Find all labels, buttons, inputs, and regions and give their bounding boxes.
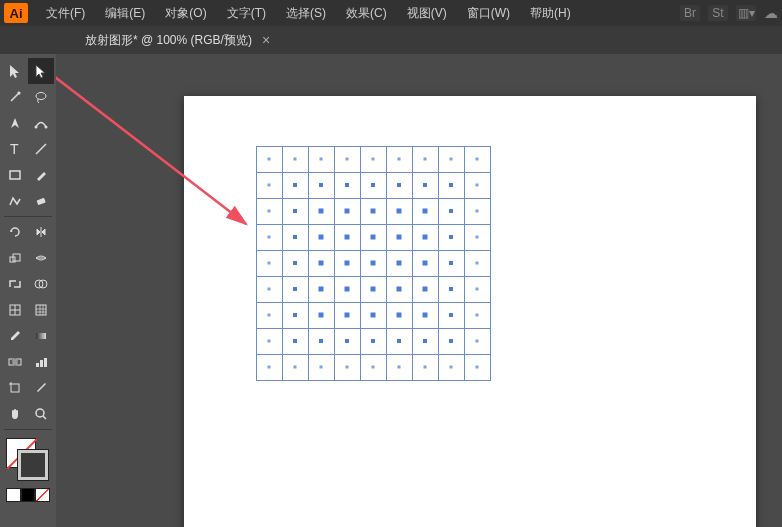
grid-cell[interactable] <box>412 276 439 303</box>
anchor-dot[interactable] <box>423 287 428 292</box>
grid-cell[interactable] <box>308 250 335 277</box>
grid-cell[interactable] <box>464 146 491 173</box>
grid-cell[interactable] <box>412 302 439 329</box>
anchor-dot[interactable] <box>319 313 324 318</box>
grid-cell[interactable] <box>256 276 283 303</box>
anchor-dot[interactable] <box>476 262 479 265</box>
magic-wand-tool[interactable] <box>2 84 28 110</box>
anchor-dot[interactable] <box>423 313 428 318</box>
grid-cell[interactable] <box>360 172 387 199</box>
grid-cell[interactable] <box>256 328 283 355</box>
grid-cell[interactable] <box>360 328 387 355</box>
anchor-dot[interactable] <box>450 158 453 161</box>
bridge-icon[interactable]: Br <box>680 5 700 21</box>
anchor-dot[interactable] <box>345 209 350 214</box>
grid-cell[interactable] <box>412 250 439 277</box>
anchor-dot[interactable] <box>398 158 401 161</box>
anchor-dot[interactable] <box>371 313 376 318</box>
grid-cell[interactable] <box>386 328 413 355</box>
canvas-stage[interactable] <box>56 54 782 527</box>
anchor-dot[interactable] <box>372 366 375 369</box>
mode-color[interactable] <box>6 488 21 502</box>
grid-cell[interactable] <box>360 354 387 381</box>
anchor-dot[interactable] <box>293 313 297 317</box>
anchor-dot[interactable] <box>423 209 428 214</box>
anchor-dot[interactable] <box>397 235 402 240</box>
grid-cell[interactable] <box>334 198 361 225</box>
grid-cell[interactable] <box>360 198 387 225</box>
grid-cell[interactable] <box>386 276 413 303</box>
grid-cell[interactable] <box>308 172 335 199</box>
anchor-dot[interactable] <box>424 158 427 161</box>
anchor-dot[interactable] <box>268 184 271 187</box>
anchor-dot[interactable] <box>268 236 271 239</box>
anchor-dot[interactable] <box>397 339 401 343</box>
grid-cell[interactable] <box>464 250 491 277</box>
selection-tool[interactable] <box>2 58 28 84</box>
grid-cell[interactable] <box>334 302 361 329</box>
grid-cell[interactable] <box>438 224 465 251</box>
anchor-dot[interactable] <box>449 287 453 291</box>
grid-cell[interactable] <box>464 224 491 251</box>
anchor-dot[interactable] <box>372 158 375 161</box>
anchor-dot[interactable] <box>345 313 350 318</box>
anchor-dot[interactable] <box>320 366 323 369</box>
grid-cell[interactable] <box>464 172 491 199</box>
grid-cell[interactable] <box>308 302 335 329</box>
grid-cell[interactable] <box>412 354 439 381</box>
anchor-dot[interactable] <box>397 287 402 292</box>
anchor-dot[interactable] <box>268 314 271 317</box>
grid-cell[interactable] <box>438 276 465 303</box>
menu-effect[interactable]: 效果(C) <box>336 0 397 26</box>
grid-cell[interactable] <box>412 172 439 199</box>
anchor-dot[interactable] <box>346 366 349 369</box>
mode-gradient[interactable] <box>21 488 36 502</box>
grid-cell[interactable] <box>308 354 335 381</box>
grid-cell[interactable] <box>386 198 413 225</box>
anchor-dot[interactable] <box>345 339 349 343</box>
blend-tool[interactable] <box>2 349 28 375</box>
anchor-dot[interactable] <box>397 313 402 318</box>
anchor-dot[interactable] <box>268 158 271 161</box>
arrange-icon[interactable]: ▥▾ <box>736 5 756 21</box>
rectangle-tool[interactable] <box>2 162 28 188</box>
menu-select[interactable]: 选择(S) <box>276 0 336 26</box>
grid-cell[interactable] <box>360 146 387 173</box>
grid-cell[interactable] <box>438 354 465 381</box>
anchor-dot[interactable] <box>423 235 428 240</box>
anchor-dot[interactable] <box>293 287 297 291</box>
grid-cell[interactable] <box>282 198 309 225</box>
width-tool[interactable] <box>28 245 54 271</box>
grid-cell[interactable] <box>334 146 361 173</box>
grid-cell[interactable] <box>308 276 335 303</box>
anchor-dot[interactable] <box>345 287 350 292</box>
anchor-dot[interactable] <box>345 235 350 240</box>
eyedropper-tool[interactable] <box>2 323 28 349</box>
anchor-dot[interactable] <box>371 287 376 292</box>
rotate-tool[interactable] <box>2 219 28 245</box>
line-tool[interactable] <box>28 136 54 162</box>
anchor-dot[interactable] <box>371 261 376 266</box>
lasso-tool[interactable] <box>28 84 54 110</box>
anchor-dot[interactable] <box>371 339 375 343</box>
eraser-tool[interactable] <box>28 188 54 214</box>
grid-cell[interactable] <box>464 354 491 381</box>
anchor-dot[interactable] <box>319 339 323 343</box>
grid-cell[interactable] <box>334 172 361 199</box>
anchor-dot[interactable] <box>293 235 297 239</box>
grid-cell[interactable] <box>464 328 491 355</box>
grid-cell[interactable] <box>412 224 439 251</box>
grid-cell[interactable] <box>256 172 283 199</box>
menu-help[interactable]: 帮助(H) <box>520 0 581 26</box>
grid-cell[interactable] <box>282 224 309 251</box>
grid-cell[interactable] <box>256 224 283 251</box>
document-tab[interactable]: 放射图形* @ 100% (RGB/预览) × <box>75 32 280 49</box>
anchor-dot[interactable] <box>319 287 324 292</box>
anchor-dot[interactable] <box>476 314 479 317</box>
direct-selection-tool[interactable] <box>28 58 54 84</box>
free-transform-tool[interactable] <box>2 271 28 297</box>
shaper-tool[interactable] <box>2 188 28 214</box>
anchor-dot[interactable] <box>476 366 479 369</box>
anchor-dot[interactable] <box>449 209 453 213</box>
grid-cell[interactable] <box>256 354 283 381</box>
